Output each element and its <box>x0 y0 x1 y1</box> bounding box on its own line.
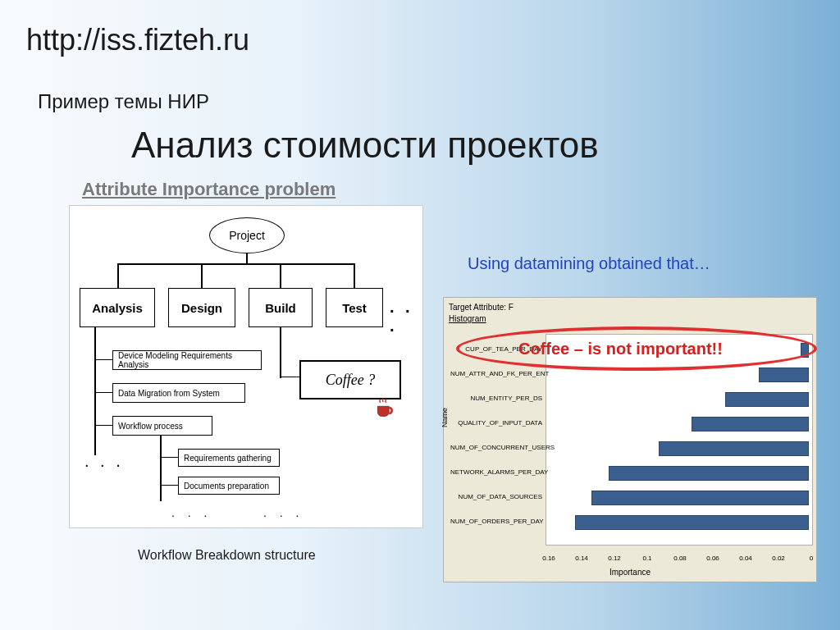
task-documents: Documents preparation <box>178 477 280 495</box>
tick-7: 0.02 <box>772 555 785 562</box>
tick-1: 0.14 <box>575 555 588 562</box>
bar-7 <box>575 515 809 530</box>
bar-2 <box>725 392 809 407</box>
tick-6: 0.04 <box>739 555 752 562</box>
bar-1 <box>759 368 809 382</box>
datamining-note: Using datamining obtained that… <box>468 254 710 273</box>
ellipsis-right: . . . <box>263 506 304 519</box>
tick-5: 0.06 <box>706 555 719 562</box>
task-workflow: Workflow process <box>112 416 212 436</box>
phase-analysis: Analysis <box>80 288 155 327</box>
bar-3 <box>692 417 809 431</box>
coffee-node: Coffee ? <box>299 360 401 399</box>
subtitle: Пример темы НИР <box>38 90 209 113</box>
cat-7: NUM_OF_ORDERS_PER_DAY <box>450 518 542 526</box>
main-title: Анализ стоимости проектов <box>131 125 599 166</box>
coffee-callout-text: Coffee – is not important <box>518 340 712 358</box>
cat-4: NUM_OF_CONCURRENT_USERS <box>450 444 542 452</box>
chart-xaxis: Importance <box>444 568 816 577</box>
task-requirements: Requirements gathering <box>178 449 280 467</box>
tick-3: 0.1 <box>642 555 651 562</box>
coffee-callout-bang: !! <box>712 340 723 358</box>
task-device-modeling: Device Modeling Requirements Analysis <box>112 350 262 370</box>
url-text: http://iss.fizteh.ru <box>26 23 249 57</box>
task-data-migration: Data Migration from System <box>112 383 245 403</box>
tick-0: 0.16 <box>542 555 555 562</box>
tick-8: 0 <box>810 555 813 562</box>
ellipsis-mid: . . . <box>171 506 212 519</box>
phase-build: Build <box>249 288 313 327</box>
cat-6: NUM_OF_DATA_SOURCES <box>450 493 542 501</box>
chart-hist-label: Histogram <box>449 314 486 323</box>
attribute-heading: Attribute Importance problem <box>82 179 336 200</box>
tick-2: 0.12 <box>608 555 621 562</box>
tick-4: 0.08 <box>673 555 687 562</box>
workflow-diagram: Project Analysis Design Build Test . . .… <box>69 205 423 528</box>
slide: http://iss.fizteh.ru Пример темы НИР Ана… <box>0 0 840 630</box>
coffee-callout: Coffee – is not important!! <box>518 340 723 358</box>
bar-4 <box>659 441 809 456</box>
wbs-caption: Workflow Breakdown structure <box>138 548 316 563</box>
coffee-cup-icon <box>373 396 396 419</box>
ellipsis-left: . . . <box>84 452 124 471</box>
cat-2: NUM_ENTITY_PER_DS <box>450 395 542 403</box>
cat-5: NETWORK_ALARMS_PER_DAY <box>450 468 542 477</box>
phase-test: Test <box>326 288 383 327</box>
chart-target-label: Target Attribute: F <box>449 303 514 312</box>
cat-1: NUM_ATTR_AND_FK_PER_ENT <box>450 370 542 378</box>
project-node: Project <box>209 217 285 253</box>
bar-5 <box>609 466 809 481</box>
cat-3: QUALITY_OF_INPUT_DATA <box>450 419 542 427</box>
phase-dots: . . . <box>390 298 422 336</box>
chart-yaxis: Name <box>441 408 449 427</box>
bar-6 <box>591 491 809 505</box>
phase-design: Design <box>168 288 235 327</box>
